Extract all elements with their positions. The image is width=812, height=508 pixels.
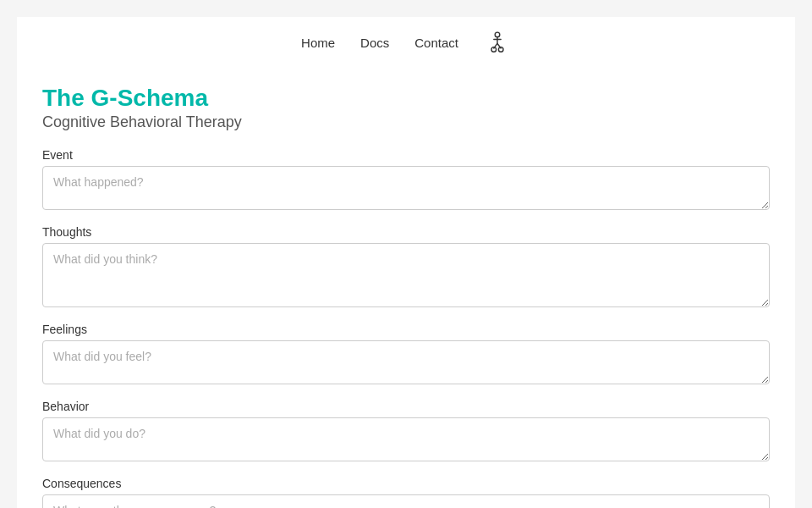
home-link[interactable]: Home [301, 36, 335, 50]
logo-icon [484, 29, 511, 56]
feelings-textarea[interactable] [42, 340, 770, 384]
docs-link[interactable]: Docs [360, 36, 389, 50]
svg-point-0 [495, 32, 500, 37]
behavior-label: Behavior [42, 400, 770, 413]
event-field-group: Event [42, 148, 770, 213]
behavior-field-group: Behavior [42, 400, 770, 465]
thoughts-field-group: Thoughts [42, 225, 770, 311]
page-wrapper: Home Docs Contact The G-Schema Cognitive… [17, 17, 795, 508]
event-textarea[interactable] [42, 166, 770, 210]
contact-link[interactable]: Contact [414, 36, 458, 50]
consequences-label: Consequences [42, 477, 770, 490]
feelings-label: Feelings [42, 323, 770, 336]
event-label: Event [42, 148, 770, 162]
thoughts-textarea[interactable] [42, 243, 770, 307]
consequences-textarea[interactable] [42, 494, 770, 508]
thoughts-label: Thoughts [42, 225, 770, 239]
consequences-field-group: Consequences [42, 477, 770, 508]
app-subtitle: Cognitive Behavioral Therapy [42, 113, 770, 131]
behavior-textarea[interactable] [42, 417, 770, 461]
app-title: The G-Schema [42, 85, 770, 112]
main-content: The G-Schema Cognitive Behavioral Therap… [17, 68, 795, 508]
feelings-field-group: Feelings [42, 323, 770, 388]
navigation: Home Docs Contact [17, 17, 795, 68]
